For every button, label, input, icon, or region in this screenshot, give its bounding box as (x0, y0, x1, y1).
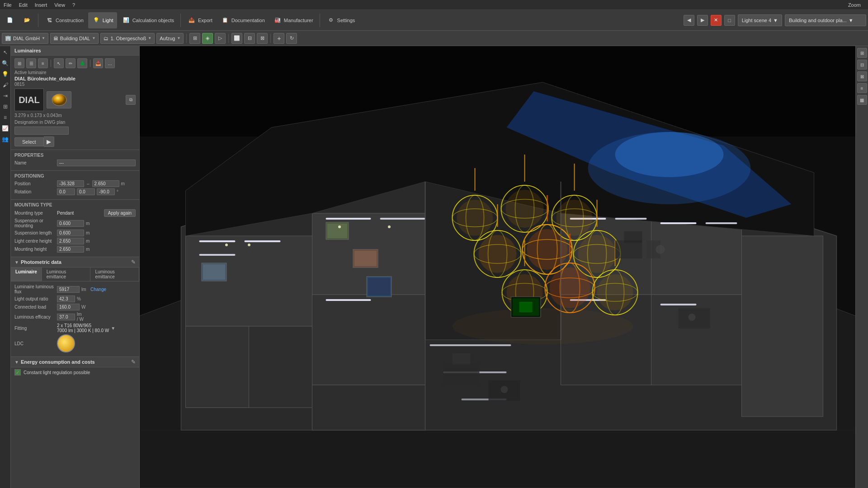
suspension-input[interactable] (57, 220, 84, 227)
fitting-arrow-icon[interactable]: ▼ (111, 326, 115, 331)
tab-luminaire[interactable]: Luminaire (11, 267, 42, 281)
view-3d-btn[interactable]: ◈ (202, 33, 213, 44)
rt-btn1[interactable]: ⊞ (857, 48, 867, 58)
building-icon: 🏛 (53, 36, 58, 41)
lor-row: Light output ratio % (14, 296, 136, 302)
rt-btn5[interactable]: ▦ (857, 95, 867, 105)
floor-dropdown[interactable]: 🗂 1. Obergeschoß ▼ (100, 33, 155, 44)
menu-view[interactable]: View (54, 2, 65, 8)
side-grid-icon[interactable]: ⊞ (1, 102, 10, 111)
photometric-edit-icon[interactable]: ✎ (131, 259, 136, 265)
pos-y-input[interactable] (92, 180, 119, 187)
side-chart-icon[interactable]: 📈 (1, 124, 10, 133)
select-arrow-button[interactable]: ▶ (44, 136, 54, 147)
lum-cursor-icon[interactable]: ↖ (54, 58, 64, 68)
apply-again-button[interactable]: Apply again (104, 209, 136, 217)
photometric-collapse[interactable]: ▼ Photometric data ✎ (11, 257, 139, 267)
lum-list-icon[interactable]: ☰ (26, 58, 36, 68)
menu-file[interactable]: File (4, 2, 12, 8)
btn-close-x[interactable]: ✕ (711, 15, 722, 26)
menu-insert[interactable]: Insert (35, 2, 47, 8)
lum-grid-icon[interactable]: ⊞ (14, 58, 24, 68)
lum-tree-icon[interactable]: 🌲 (77, 58, 87, 68)
calc-objects-btn[interactable]: 📊 Calculation objects (118, 12, 178, 28)
view-extra-btn[interactable]: ▷ (215, 33, 226, 44)
side-layers-icon[interactable]: ≡ (1, 113, 10, 122)
zoom-area: Zoom (848, 2, 861, 8)
btn-next[interactable]: ▶ (697, 15, 708, 26)
pos-x-input[interactable] (57, 180, 84, 187)
svg-rect-27 (326, 299, 371, 301)
side-search-icon[interactable]: 🔍 (1, 59, 10, 68)
documentation-btn[interactable]: 📋 Documentation (217, 12, 269, 28)
side-people-icon[interactable]: 👥 (1, 135, 10, 144)
btn-restore[interactable]: □ (724, 15, 735, 26)
select-button[interactable]: Select (14, 137, 44, 146)
side-cursor-icon[interactable]: ↖ (1, 48, 10, 57)
side-icons: ↖ 🔍 💡 🖌 ⇥ ⊞ ≡ 📈 👥 (0, 46, 11, 488)
scene-dropdown[interactable]: Light scene 4 ▼ (738, 14, 782, 26)
rt-btn3[interactable]: ⊠ (857, 71, 867, 81)
svg-rect-25 (326, 218, 371, 220)
efficacy-input[interactable] (57, 314, 75, 320)
energy-collapse[interactable]: ▼ Energy consumption and costs ✎ (11, 357, 139, 367)
light-icon: 💡 (92, 16, 101, 25)
light-centre-height-input[interactable] (57, 238, 84, 244)
lum-import-icon[interactable]: 📥 (93, 58, 103, 68)
rot-z-input[interactable] (97, 188, 115, 195)
lum-edit-icon[interactable]: ✏ (66, 58, 75, 68)
positioning-section: Positioning Position – m Rotation ° (11, 171, 139, 200)
settings-icon: ⚙ (326, 16, 335, 25)
luminaire-preview: DIAL (14, 89, 136, 111)
copy-btn[interactable]: ⧉ (126, 95, 136, 105)
clr-check-icon: ✓ (16, 370, 19, 375)
view-box-btn[interactable]: ⬜ (231, 33, 242, 44)
tab-emittance2[interactable]: Luminous emittance (90, 267, 139, 281)
company-dropdown[interactable]: 🏢 DIAL GmbH ▼ (2, 33, 48, 44)
dwg-input[interactable] (14, 127, 69, 135)
view-alt-btn[interactable]: ⊠ (257, 33, 268, 44)
clr-checkbox[interactable]: ✓ (14, 369, 21, 375)
open-btn[interactable]: 📂 (19, 12, 35, 28)
rot-x-input[interactable] (57, 188, 75, 195)
rt-btn4[interactable]: ≡ (857, 83, 867, 93)
refresh-btn[interactable]: ↻ (286, 33, 297, 44)
elevator-dropdown[interactable]: Aufzug ▼ (156, 33, 184, 44)
viewport[interactable] (140, 46, 855, 488)
rt-btn2[interactable]: ⊟ (857, 60, 867, 70)
svg-rect-22 (199, 240, 236, 242)
view-split-btn[interactable]: ⊟ (244, 33, 255, 44)
lum-list2-icon[interactable]: ≡ (38, 58, 48, 68)
side-arrow-icon[interactable]: ⇥ (1, 91, 10, 100)
light-btn[interactable]: 💡 Light (88, 12, 117, 28)
energy-edit-icon[interactable]: ✎ (131, 359, 136, 365)
flux-change-link[interactable]: Change (90, 287, 106, 292)
settings-btn[interactable]: ⚙ Settings (323, 12, 359, 28)
menu-edit[interactable]: Edit (19, 2, 28, 8)
building-type-dropdown[interactable]: Building and outdoor pla... ▼ (785, 14, 866, 26)
suspension-length-input[interactable] (57, 230, 84, 236)
lor-input[interactable] (57, 296, 75, 302)
side-lamp-icon[interactable]: 💡 (1, 70, 10, 79)
name-input[interactable] (57, 160, 136, 166)
load-input[interactable] (57, 304, 80, 310)
btn-prev[interactable]: ◀ (684, 15, 694, 26)
new-btn[interactable]: 📄 (2, 12, 18, 28)
construction-btn[interactable]: 🏗 Construction (41, 12, 87, 28)
menu-help[interactable]: ? (72, 2, 75, 8)
copy-icon[interactable]: ⧉ (126, 95, 136, 105)
lum-more-icon[interactable]: … (105, 58, 115, 68)
rot-y-input[interactable] (77, 188, 95, 195)
export-btn[interactable]: 📤 Export (184, 12, 216, 28)
pos-dash: – (87, 181, 90, 186)
flux-input[interactable] (57, 286, 80, 293)
scene-arrow-icon: ▼ (773, 18, 778, 23)
manufacturer-btn[interactable]: 🏭 Manufacturer (269, 12, 317, 28)
building-dropdown[interactable]: 🏛 Building DIAL ▼ (50, 33, 99, 44)
side-paint-icon[interactable]: 🖌 (1, 80, 10, 89)
tab-emittance1[interactable]: Luminous emittance (42, 267, 91, 281)
view-ortho-btn[interactable]: ⊞ (189, 33, 200, 44)
mounting-height-row: Mounting height m (14, 246, 136, 253)
zoom-plus-btn[interactable]: + (274, 33, 284, 44)
mounting-height-input[interactable] (57, 246, 84, 253)
